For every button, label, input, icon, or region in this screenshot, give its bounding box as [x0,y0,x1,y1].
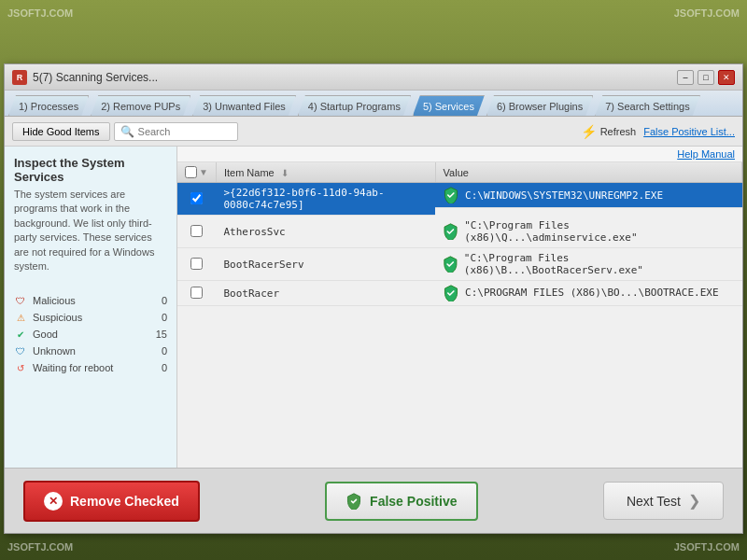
row-value-text: "C:\Program Files (x86)\B...\BootRacerSe… [464,252,735,276]
unknown-label: Unknown [33,345,147,357]
row-value: "C:\Program Files (x86)\Q...\adminservic… [435,216,741,248]
header-value: Value [435,162,741,183]
sort-icon: ▼ [199,167,208,177]
tab-search-settings[interactable]: 7) Search Settings [595,95,700,116]
table-header: ▼ Item Name ⬇ Value [177,162,742,183]
malicious-label: Malicious [33,295,147,306]
tab-browser-plugins[interactable]: 6) Browser Plugins [486,95,593,116]
unknown-count: 0 [152,345,167,357]
minimize-button[interactable]: – [677,70,694,85]
content-area: Inspect the System Services The system s… [5,147,742,468]
header-checkbox-col: ▼ [177,162,216,183]
tab-unwanted-files[interactable]: 3) Unwanted Files [192,95,296,116]
table-container[interactable]: ▼ Item Name ⬇ Value >{22d6f312-b0f6-11d0… [177,162,742,468]
panel-title: Inspect the System Services [14,156,167,184]
good-label: Good [33,329,147,340]
row-value-text: C:\PROGRAM FILES (X86)\BO...\BOOTRACE.EX… [465,287,719,299]
shield-good-icon [443,187,459,203]
row-checkbox-cell [177,216,216,248]
check-all-control: ▼ [185,166,208,178]
services-table: ▼ Item Name ⬇ Value >{22d6f312-b0f6-11d0… [177,162,742,306]
tab-bar: 1) Processes 2) Remove PUPs 3) Unwanted … [5,91,742,117]
close-button[interactable]: ✕ [718,70,735,85]
refresh-icon: ⚡ [581,124,597,139]
row-checkbox-cell [177,183,216,216]
row-checkbox[interactable] [190,287,203,299]
refresh-button[interactable]: ⚡ Refresh [581,124,637,139]
false-positive-button[interactable]: False Positive [325,482,477,521]
waiting-label: Waiting for reboot [33,362,147,373]
watermark-bottom-right: JSOFTJ.COM [674,541,740,553]
titlebar-left: R 5(7) Scanning Services... [12,70,158,85]
sort-arrow-down: ⬇ [281,168,289,178]
suspicious-label: Suspicious [33,312,147,323]
table-row: BootRacerServ "C:\Program Files (x86)\B.… [177,248,742,281]
row-item-name: BootRacer [216,281,435,306]
stat-row-good: ✔ Good 15 [14,326,167,343]
false-positive-list-link[interactable]: False Positive List... [643,126,735,137]
good-icon: ✔ [14,328,27,341]
row-item-name: >{22d6f312-b0f6-11d0-94ab-0080c74c7e95] [216,183,435,216]
watermark-top-right: JSOFTJ.COM [674,7,740,19]
tab-processes[interactable]: 1) Processes [8,95,89,116]
tab-startup-programs[interactable]: 4) Startup Programs [298,95,411,116]
row-item-name: AtherosSvc [216,216,435,248]
row-value-text: "C:\Program Files (x86)\Q...\adminservic… [464,219,734,244]
watermark-bottom-left: JSOFTJ.COM [7,541,73,553]
header-item-name: Item Name ⬇ [216,162,435,183]
row-checkbox-cell [177,248,216,281]
titlebar: R 5(7) Scanning Services... – □ ✕ [5,64,742,91]
titlebar-controls: – □ ✕ [677,70,735,85]
maximize-button[interactable]: □ [698,70,714,85]
waiting-count: 0 [152,362,167,373]
stat-row-unknown: 🛡 Unknown 0 [14,343,167,359]
row-value: "C:\Program Files (x86)\B...\BootRacerSe… [435,248,741,281]
search-input[interactable] [138,126,232,137]
shield-good-icon [443,256,458,273]
unknown-icon: 🛡 [14,344,27,357]
row-checkbox[interactable] [190,258,203,270]
table-body: >{22d6f312-b0f6-11d0-94ab-0080c74c7e95] … [177,183,742,306]
remove-x-icon: ✕ [44,492,63,511]
tab-remove-pups[interactable]: 2) Remove PUPs [91,95,190,116]
check-all-checkbox[interactable] [185,166,197,178]
stat-row-waiting: ↺ Waiting for reboot 0 [14,359,167,376]
main-window: R 5(7) Scanning Services... – □ ✕ 1) Pro… [4,63,743,534]
row-value: C:\PROGRAM FILES (X86)\BO...\BOOTRACE.EX… [435,281,741,306]
next-test-button[interactable]: Next Test ❯ [603,482,724,520]
table-row: >{22d6f312-b0f6-11d0-94ab-0080c74c7e95] … [177,183,742,216]
app-icon: R [12,70,27,85]
right-panel: Help Manual ▼ Item Name [177,147,742,468]
waiting-icon: ↺ [14,361,27,374]
hide-good-items-button[interactable]: Hide Good Items [12,122,110,141]
shield-good-icon [443,223,458,240]
suspicious-count: 0 [152,312,167,323]
stat-row-suspicious: ⚠ Suspicious 0 [14,309,167,326]
fp-shield-icon [345,493,362,510]
tab-services[interactable]: 5) Services [413,95,485,116]
help-manual-link[interactable]: Help Manual [177,147,742,162]
toolbar-left: Hide Good Items 🔍 [12,122,238,141]
left-panel: Inspect the System Services The system s… [5,147,177,468]
search-box: 🔍 [114,122,238,141]
table-row: AtherosSvc "C:\Program Files (x86)\Q...\… [177,216,742,248]
toolbar-right: ⚡ Refresh False Positive List... [581,124,735,139]
malicious-icon: 🛡 [14,294,27,307]
search-icon: 🔍 [120,125,134,138]
row-checkbox[interactable] [190,225,203,237]
action-bar: ✕ Remove Checked False Positive Next Tes… [5,468,742,533]
row-value-text: C:\WINDOWS\SYSTEM32\UNREGMP2.EXE [465,189,663,202]
row-checkbox-cell [177,281,216,306]
malicious-count: 0 [152,295,167,306]
row-item-name: BootRacerServ [216,248,435,281]
panel-description: The system services are programs that wo… [14,188,167,273]
stat-row-malicious: 🛡 Malicious 0 [14,292,167,309]
stats-table: 🛡 Malicious 0 ⚠ Suspicious 0 ✔ Good 15 🛡… [14,292,167,376]
remove-checked-button[interactable]: ✕ Remove Checked [23,481,200,522]
row-checkbox[interactable] [190,192,203,204]
good-count: 15 [152,329,167,340]
table-row: BootRacer C:\PROGRAM FILES (X86)\BO...\B… [177,281,742,306]
header-row: ▼ Item Name ⬇ Value [177,162,742,183]
next-arrow-icon: ❯ [688,492,700,510]
shield-good-icon [443,285,459,301]
